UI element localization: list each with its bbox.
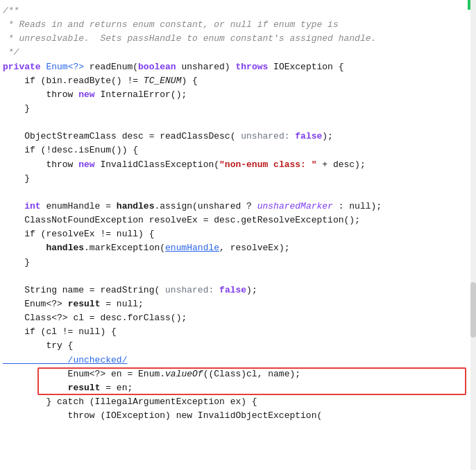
code-line: * Reads in and returns enum constant, or… xyxy=(0,18,476,32)
token: ClassNotFoundException resolveEx = desc.… xyxy=(3,215,360,225)
token: Class<?> cl = desc.forClass(); xyxy=(3,313,187,323)
token xyxy=(214,285,219,295)
token: throws xyxy=(235,62,268,72)
line-content: Enum<?> en = Enum.valueOf((Class)cl, nam… xyxy=(0,367,476,381)
token: if (bin.readByte() != xyxy=(3,76,144,86)
token: result xyxy=(68,383,101,393)
token: Enum<?> xyxy=(3,299,68,309)
scrollbar-thumb[interactable] xyxy=(470,282,476,338)
token: new xyxy=(78,159,94,170)
token: boolean xyxy=(138,62,176,72)
token: * Reads in and returns enum constant, or… xyxy=(3,19,300,30)
code-line: } xyxy=(0,256,476,270)
line-content: */ xyxy=(0,46,476,60)
line-content: String name = readString( unshared: fals… xyxy=(0,284,476,297)
token: TC_ENUM xyxy=(144,76,182,86)
token: false xyxy=(295,131,322,141)
token: handles xyxy=(117,201,155,211)
token: private xyxy=(3,62,41,72)
token: false xyxy=(219,285,246,295)
token: ObjectStreamClass desc = readClassDesc( xyxy=(3,131,235,141)
token: } catch (IllegalArgumentException ex) { xyxy=(3,397,257,407)
line-content: throw (IOException) new InvalidObjectExc… xyxy=(0,409,476,423)
token: if (resolveEx != null) { xyxy=(3,229,154,239)
line-content: result = en; xyxy=(0,381,476,395)
token: unshared: xyxy=(160,285,214,295)
token: throw xyxy=(3,89,78,100)
token: unsharedMarker xyxy=(257,201,333,211)
code-line: ObjectStreamClass desc = readClassDesc( … xyxy=(0,130,476,143)
code-line: throw new InvalidClassException("non-enu… xyxy=(0,158,476,172)
token: IOException { xyxy=(268,62,343,72)
token: + desc); xyxy=(317,159,366,170)
code-line: String name = readString( unshared: fals… xyxy=(0,284,476,297)
line-content: if (!desc.isEnum()) { xyxy=(0,143,476,157)
code-editor: /** * Reads in and returns enum constant… xyxy=(0,0,476,470)
token: unshared: xyxy=(235,131,289,141)
token: int xyxy=(3,201,41,211)
code-line: try { xyxy=(0,339,476,353)
code-line xyxy=(0,116,476,130)
scrollbar[interactable] xyxy=(470,0,476,470)
code-line: if (cl != null) { xyxy=(0,325,476,339)
token: ); xyxy=(246,285,257,295)
token: try { xyxy=(3,340,73,351)
token: if (cl != null) { xyxy=(3,327,117,337)
token: handles xyxy=(46,243,84,253)
token: Enum<?> en = Enum. xyxy=(3,369,165,379)
line-content: } xyxy=(0,102,476,116)
code-line: Enum<?> result = null; xyxy=(0,297,476,311)
line-content: private Enum<?> readEnum(boolean unshare… xyxy=(0,60,476,74)
code-line: throw new InternalError(); xyxy=(0,88,476,102)
line-content: } xyxy=(0,172,476,186)
code-line: /unchecked/ xyxy=(0,354,476,367)
token: throw xyxy=(3,159,78,170)
line-content: Enum<?> result = null; xyxy=(0,297,476,311)
change-indicator xyxy=(468,0,470,10)
line-content: Class<?> cl = desc.forClass(); xyxy=(0,311,476,325)
line-content: throw new InternalError(); xyxy=(0,88,476,102)
code-line: if (bin.readByte() != TC_ENUM) { xyxy=(0,74,476,88)
line-content: /** xyxy=(0,4,476,18)
code-line: result = en; xyxy=(0,381,476,395)
code-line: handles.markException(enumHandle, resolv… xyxy=(0,241,476,255)
code-line: private Enum<?> readEnum(boolean unshare… xyxy=(0,60,476,74)
token: * unresolvable. Sets passHandle to enum … xyxy=(3,33,376,44)
code-line: if (resolveEx != null) { xyxy=(0,227,476,241)
code-line: ClassNotFoundException resolveEx = desc.… xyxy=(0,214,476,227)
token: ) { xyxy=(181,76,197,86)
token: is xyxy=(322,19,338,30)
code-line: */ xyxy=(0,46,476,60)
line-content: try { xyxy=(0,339,476,353)
token: /** xyxy=(3,6,19,16)
token: InvalidClassException( xyxy=(95,159,219,170)
code-line: * unresolvable. Sets passHandle to enum … xyxy=(0,32,476,46)
token: throw (IOException) new InvalidObjectExc… xyxy=(3,410,322,421)
code-line xyxy=(0,186,476,200)
code-lines: /** * Reads in and returns enum constant… xyxy=(0,4,476,423)
token: = null; xyxy=(100,299,143,309)
line-content: if (bin.readByte() != TC_ENUM) { xyxy=(0,74,476,88)
code-line: if (!desc.isEnum()) { xyxy=(0,143,476,157)
token: ); xyxy=(322,131,333,141)
code-line xyxy=(0,270,476,284)
line-content: } xyxy=(0,256,476,270)
token: */ xyxy=(3,47,19,58)
token: : null); xyxy=(333,201,382,211)
line-content xyxy=(0,186,476,200)
token: unshared) xyxy=(176,62,236,72)
line-content xyxy=(0,270,476,284)
line-content: int enumHandle = handles.assign(unshared… xyxy=(0,200,476,214)
code-line: int enumHandle = handles.assign(unshared… xyxy=(0,200,476,214)
token: Enum<?> xyxy=(46,62,84,72)
token: .assign(unshared ? xyxy=(154,201,257,211)
token: valueOf xyxy=(165,369,203,379)
token: if (!desc.isEnum()) { xyxy=(3,145,138,155)
token: = en; xyxy=(100,383,133,393)
token: } xyxy=(3,257,30,268)
token: enumHandle xyxy=(165,243,219,253)
code-line: Enum<?> en = Enum.valueOf((Class)cl, nam… xyxy=(0,367,476,381)
line-content: handles.markException(enumHandle, resolv… xyxy=(0,241,476,255)
token: new xyxy=(78,89,94,100)
line-content: } catch (IllegalArgumentException ex) { xyxy=(0,395,476,409)
